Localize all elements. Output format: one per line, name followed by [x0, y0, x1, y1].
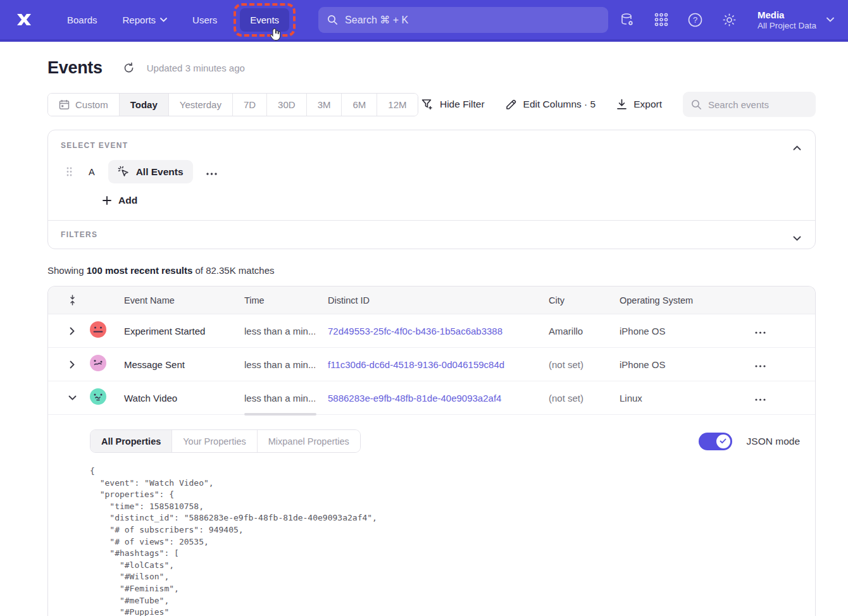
collapse-all-rows-icon[interactable]: [68, 295, 77, 305]
tab-label: All Properties: [101, 436, 161, 447]
row-menu-icon[interactable]: [742, 359, 815, 370]
row-menu-icon[interactable]: [742, 392, 815, 403]
nav-users-label: Users: [192, 15, 217, 25]
search-events-placeholder: Search events: [708, 99, 769, 110]
expand-section-chevron-down-icon[interactable]: [790, 230, 804, 246]
date-range-6m[interactable]: 6M: [342, 94, 377, 116]
cell-time: less than a min...: [232, 326, 315, 336]
collapse-section-chevron-up-icon[interactable]: [790, 139, 804, 156]
cell-city: Amarillo: [536, 326, 607, 336]
step-letter: A: [89, 167, 95, 177]
global-search-placeholder: Search ⌘ + K: [345, 14, 408, 26]
event-avatar: [89, 388, 107, 408]
mixpanel-logo-icon[interactable]: [14, 10, 35, 29]
cell-event-name: Experiment Started: [111, 326, 232, 336]
horizontal-scrollbar[interactable]: [244, 413, 316, 416]
event-avatar: [89, 354, 107, 374]
edit-columns-button[interactable]: Edit Columns · 5: [506, 99, 596, 110]
search-events-input[interactable]: Search events: [683, 92, 816, 117]
table-row-expanded: Watch Video less than a min... 5886283e-…: [48, 381, 815, 415]
date-range-3m[interactable]: 3M: [307, 94, 342, 116]
expand-row-chevron-right-icon[interactable]: [66, 323, 78, 339]
filters-label: FILTERS: [61, 230, 802, 239]
distinct-id-link[interactable]: 72d49553-25fc-4f0c-b436-1b5ac6ab3388: [328, 326, 502, 336]
event-json-viewer: { "event": "Watch Video", "properties": …: [90, 465, 800, 616]
cell-os: iPhone OS: [607, 359, 742, 370]
results-suffix: of 82.35K matches: [192, 265, 274, 276]
select-event-label: SELECT EVENT: [61, 141, 802, 150]
nav-item-events[interactable]: Events: [240, 8, 289, 32]
tab-all-properties[interactable]: All Properties: [90, 430, 172, 452]
select-event-section: SELECT EVENT A All Events: [48, 130, 815, 220]
event-details-panel: All Properties Your Properties Mixpanel …: [48, 415, 815, 616]
query-builder-card: SELECT EVENT A All Events: [47, 130, 816, 249]
project-switcher[interactable]: Media All Project Data: [758, 9, 834, 31]
date-range-label: Custom: [75, 99, 108, 110]
event-row-menu-icon[interactable]: [203, 163, 221, 182]
table-header-row: Event Name Time Distinct ID City Operati…: [48, 286, 815, 314]
filters-section-header[interactable]: FILTERS: [48, 220, 815, 249]
calendar-icon: [59, 99, 70, 110]
annotation-highlight: Events: [234, 3, 296, 37]
cell-time: less than a min...: [232, 359, 315, 370]
date-range-label: 6M: [352, 99, 366, 110]
nav-item-users[interactable]: Users: [182, 8, 227, 32]
event-selector-button[interactable]: All Events: [108, 160, 193, 183]
cell-distinct-id: 5886283e-e9fb-48fb-81de-40e9093a2af4: [315, 393, 536, 403]
drag-handle-icon[interactable]: [66, 167, 72, 176]
hide-filter-button[interactable]: Hide Filter: [421, 99, 485, 110]
top-navbar: Boards Reports Users Events Search ⌘ + K: [0, 0, 848, 42]
row-menu-icon[interactable]: [742, 325, 815, 336]
nav-boards-label: Boards: [67, 15, 97, 25]
selected-event-name: All Events: [136, 166, 184, 178]
date-range-30d[interactable]: 30D: [267, 94, 307, 116]
tab-your-properties[interactable]: Your Properties: [172, 430, 257, 452]
settings-icon[interactable]: [717, 7, 742, 32]
add-event-button[interactable]: Add: [103, 195, 137, 206]
collapse-row-chevron-down-icon[interactable]: [65, 391, 80, 404]
date-range-yesterday[interactable]: Yesterday: [169, 94, 233, 116]
edit-columns-label: Edit Columns · 5: [523, 99, 596, 110]
json-mode-label: JSON mode: [747, 436, 800, 447]
svg-text:?: ?: [693, 15, 697, 25]
event-avatar: [89, 321, 107, 341]
checkmark-icon: [720, 438, 726, 444]
filter-icon: [421, 99, 433, 110]
nav-item-boards[interactable]: Boards: [57, 8, 108, 32]
date-range-today[interactable]: Today: [120, 94, 169, 116]
cell-os: iPhone OS: [607, 326, 742, 336]
apps-grid-icon[interactable]: [649, 7, 674, 32]
column-header-event-name: Event Name: [111, 295, 232, 305]
expand-row-chevron-right-icon[interactable]: [66, 357, 78, 373]
date-range-label: Yesterday: [180, 99, 221, 110]
project-name: Media: [758, 9, 816, 22]
page-title: Events: [47, 58, 103, 78]
date-range-picker: Custom Today Yesterday 7D 30D 3M 6M 12M: [47, 93, 418, 116]
distinct-id-link[interactable]: f11c30d6-dc6d-4518-9136-0d046159c84d: [328, 359, 504, 370]
hand-cursor-icon: [268, 28, 282, 44]
cell-time: less than a min...: [232, 393, 315, 403]
json-mode-toggle[interactable]: [699, 433, 732, 450]
project-scope: All Project Data: [758, 21, 816, 30]
distinct-id-link[interactable]: 5886283e-e9fb-48fb-81de-40e9093a2af4: [328, 393, 501, 403]
global-search-input[interactable]: Search ⌘ + K: [318, 7, 608, 33]
export-label: Export: [633, 99, 662, 110]
cell-distinct-id: 72d49553-25fc-4f0c-b436-1b5ac6ab3388: [315, 326, 536, 336]
date-range-custom[interactable]: Custom: [48, 94, 120, 116]
help-icon[interactable]: ?: [683, 7, 708, 32]
download-icon: [616, 99, 627, 110]
nav-item-reports[interactable]: Reports: [113, 8, 178, 32]
refresh-icon[interactable]: [123, 61, 137, 75]
date-range-7d[interactable]: 7D: [233, 94, 267, 116]
date-range-12m[interactable]: 12M: [377, 94, 417, 116]
results-summary: Showing 100 most recent results of 82.35…: [47, 265, 816, 276]
events-table: Event Name Time Distinct ID City Operati…: [47, 286, 816, 616]
tab-mixpanel-properties[interactable]: Mixpanel Properties: [258, 430, 360, 452]
date-range-label: 3M: [318, 99, 331, 110]
export-button[interactable]: Export: [616, 99, 662, 110]
primary-nav: Boards Reports Users Events: [57, 3, 297, 37]
results-highlight: 100 most recent results: [87, 265, 193, 276]
data-management-icon[interactable]: [614, 7, 640, 32]
table-row: Experiment Started less than a min... 72…: [48, 314, 815, 348]
search-icon: [327, 15, 338, 25]
